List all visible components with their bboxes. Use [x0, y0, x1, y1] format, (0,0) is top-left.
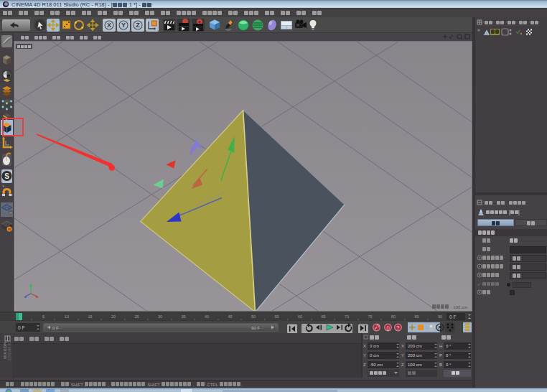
svg-text:90: 90 — [438, 314, 442, 319]
svg-text:(): () — [386, 325, 390, 331]
svg-text:?: ? — [396, 325, 399, 330]
svg-text:0 cm: 0 cm — [370, 353, 379, 358]
svg-text:30: 30 — [158, 314, 162, 319]
svg-text:90 F: 90 F — [251, 326, 260, 330]
svg-text:Z: Z — [363, 363, 366, 367]
svg-text:0 F: 0 F — [52, 326, 59, 330]
svg-text:S: S — [4, 172, 9, 180]
svg-text:X: X — [107, 22, 111, 29]
svg-text:200 cm: 200 cm — [408, 344, 422, 348]
svg-text:10: 10 — [65, 314, 69, 319]
svg-text:25: 25 — [134, 314, 139, 319]
svg-text:0 F: 0 F — [449, 314, 456, 319]
svg-text:P: P — [439, 325, 442, 330]
svg-text:5: 5 — [42, 314, 45, 319]
svg-text:Y: Y — [121, 22, 126, 29]
svg-text:Y: Y — [363, 353, 366, 358]
svg-text:X: X — [401, 344, 404, 348]
svg-text:0 °: 0 ° — [446, 353, 452, 358]
svg-text:55: 55 — [274, 314, 279, 319]
svg-text:-50 cm: -50 cm — [370, 363, 383, 367]
svg-text:B: B — [439, 363, 442, 367]
svg-text:20: 20 — [111, 314, 116, 319]
svg-text:65: 65 — [321, 314, 325, 319]
svg-text:70: 70 — [345, 314, 349, 319]
svg-text:0 °: 0 ° — [446, 363, 452, 367]
svg-text:75: 75 — [368, 314, 372, 319]
svg-text:85: 85 — [414, 314, 419, 319]
svg-text:60: 60 — [298, 314, 302, 319]
svg-text:100 cm: 100 cm — [408, 363, 422, 367]
svg-text:15: 15 — [88, 314, 92, 319]
svg-text:40: 40 — [205, 314, 209, 319]
svg-text:Y: Y — [401, 353, 404, 358]
svg-text:Z: Z — [136, 22, 140, 29]
svg-text:200 cm: 200 cm — [408, 353, 422, 358]
svg-text:Z: Z — [401, 363, 404, 367]
svg-text:P: P — [439, 353, 442, 358]
svg-text:0 cm: 0 cm — [370, 344, 379, 348]
svg-text:H: H — [439, 344, 442, 348]
svg-text:80: 80 — [391, 314, 396, 319]
svg-text:35: 35 — [181, 314, 185, 319]
svg-text:45: 45 — [228, 314, 232, 319]
svg-text:50: 50 — [251, 314, 256, 319]
svg-text:X: X — [363, 344, 366, 348]
svg-text:0 F: 0 F — [18, 325, 24, 330]
svg-text:0 °: 0 ° — [446, 344, 452, 348]
